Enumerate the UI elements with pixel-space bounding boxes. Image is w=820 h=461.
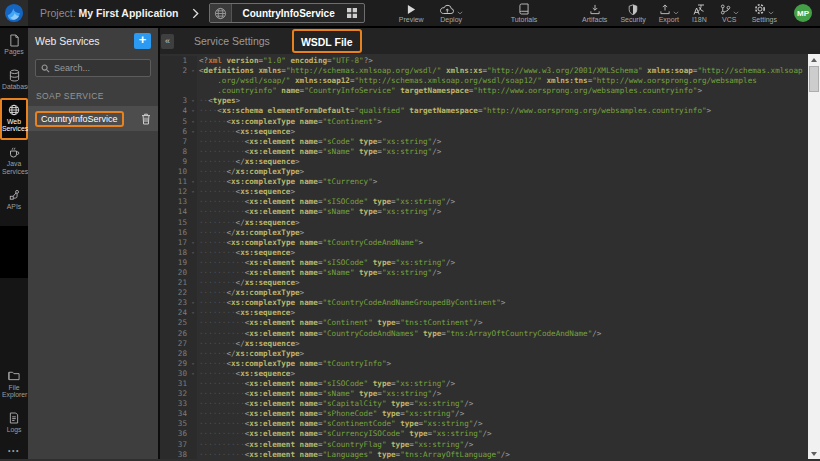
gutter[interactable]: 16: [160, 228, 197, 238]
code-line[interactable]: 28······</xs:complexType>: [160, 349, 808, 359]
code-line[interactable]: .org/wsdl/soap/" xmlns:soap12="http://sc…: [160, 76, 808, 86]
code-line[interactable]: 36··········<xs:element name="sCurrencyI…: [160, 429, 808, 439]
code-line[interactable]: 11-······<xs:complexType name="tCurrency…: [160, 177, 808, 187]
scrollbar-thumb[interactable]: [809, 66, 819, 92]
gutter[interactable]: 20: [160, 268, 197, 278]
security-button[interactable]: Security: [620, 3, 645, 23]
code-line[interactable]: 20··········<xs:element name="sName" typ…: [160, 268, 808, 278]
gutter[interactable]: 21: [160, 278, 197, 288]
code-line[interactable]: 7··········<xs:element name="sCode" type…: [160, 137, 808, 147]
code-line[interactable]: .countryinfo" name="CountryInfoService" …: [160, 86, 808, 96]
delete-service-button[interactable]: [141, 113, 151, 125]
code-line[interactable]: 17-······<xs:complexType name="tCountryC…: [160, 238, 808, 248]
settings-button[interactable]: Settings: [752, 3, 777, 23]
gutter[interactable]: 17-: [160, 238, 197, 248]
add-service-button[interactable]: +: [134, 33, 151, 49]
gutter[interactable]: 25: [160, 318, 197, 328]
gutter[interactable]: 31: [160, 379, 197, 389]
tab-wsdl-file[interactable]: WSDL File: [301, 36, 353, 48]
code-line[interactable]: 9········</xs:sequence>: [160, 157, 808, 167]
service-name[interactable]: CountryInfoService: [35, 111, 124, 127]
fold-toggle[interactable]: -: [189, 106, 197, 116]
code-line[interactable]: 34··········<xs:element name="sPhoneCode…: [160, 409, 808, 419]
sidebar-more-button[interactable]: •••: [0, 441, 28, 459]
code-line[interactable]: 3-··<types>: [160, 96, 808, 106]
sidebar-item-databases[interactable]: Databases: [0, 63, 28, 98]
editor-scrollbar[interactable]: [808, 54, 820, 459]
gutter[interactable]: 22: [160, 288, 197, 298]
search-input[interactable]: Search...: [35, 59, 151, 77]
gutter[interactable]: 1: [160, 56, 197, 66]
code-line[interactable]: 24-········<xs:sequence>: [160, 308, 808, 318]
code-line[interactable]: 29-······<xs:complexType name="tCountryI…: [160, 359, 808, 369]
fold-toggle[interactable]: -: [189, 369, 197, 379]
code-line[interactable]: 19··········<xs:element name="sISOCode" …: [160, 258, 808, 268]
code-line[interactable]: 38··········<xs:element name="Languages"…: [160, 450, 808, 459]
gutter[interactable]: 33: [160, 399, 197, 409]
code-line[interactable]: 14··········<xs:element name="sName" typ…: [160, 207, 808, 217]
gutter[interactable]: 37: [160, 440, 197, 450]
scrollbar-down-arrow[interactable]: [808, 448, 820, 459]
gutter[interactable]: 7: [160, 137, 197, 147]
fold-toggle[interactable]: -: [189, 66, 197, 76]
code-line[interactable]: 6-········<xs:sequence>: [160, 127, 808, 137]
fold-toggle[interactable]: -: [189, 238, 197, 248]
gutter[interactable]: 9: [160, 157, 197, 167]
gutter[interactable]: 23-: [160, 298, 197, 308]
gutter[interactable]: 32: [160, 389, 197, 399]
collapse-panel-button[interactable]: «: [161, 34, 174, 49]
preview-button[interactable]: Preview: [399, 3, 424, 23]
sidebar-item-logs[interactable]: Logs: [0, 406, 28, 441]
gutter[interactable]: 12-: [160, 187, 197, 197]
code-line[interactable]: 10······</xs:complexType>: [160, 167, 808, 177]
artifacts-button[interactable]: Artifacts: [582, 3, 607, 23]
gutter[interactable]: 15: [160, 218, 197, 228]
fold-toggle[interactable]: -: [189, 187, 197, 197]
code-line[interactable]: 21········</xs:sequence>: [160, 278, 808, 288]
gutter[interactable]: 27: [160, 339, 197, 349]
code-line[interactable]: 31··········<xs:element name="sISOCode" …: [160, 379, 808, 389]
app-logo[interactable]: [0, 0, 28, 26]
gutter[interactable]: 5-: [160, 117, 197, 127]
tab-service-settings[interactable]: Service Settings: [194, 35, 270, 47]
gutter[interactable]: 8: [160, 147, 197, 157]
gutter[interactable]: 34: [160, 409, 197, 419]
grid-icon[interactable]: [347, 8, 364, 18]
gutter[interactable]: 3-: [160, 96, 197, 106]
gutter[interactable]: 26: [160, 329, 197, 339]
gutter[interactable]: 28: [160, 349, 197, 359]
code-line[interactable]: 23-······<xs:complexType name="tCountryC…: [160, 298, 808, 308]
sidebar-item-web-services[interactable]: Web Services: [0, 98, 28, 141]
gutter[interactable]: 4-: [160, 106, 197, 116]
vcs-button[interactable]: VCS: [720, 3, 739, 23]
gutter[interactable]: 18-: [160, 248, 197, 258]
i18n-button[interactable]: I18N: [692, 3, 707, 23]
code-line[interactable]: 22······</xs:complexType>: [160, 288, 808, 298]
code-line[interactable]: 15········</xs:sequence>: [160, 218, 808, 228]
code-line[interactable]: 30-········<xs:sequence>: [160, 369, 808, 379]
scrollbar-up-arrow[interactable]: [808, 54, 820, 65]
tutorials-button[interactable]: Tutorials: [511, 3, 538, 23]
code-line[interactable]: 18-········<xs:sequence>: [160, 248, 808, 258]
sidebar-item-java-services[interactable]: Java Services: [0, 140, 28, 183]
fold-toggle[interactable]: -: [189, 308, 197, 318]
sidebar-item-file-explorer[interactable]: File Explorer: [0, 364, 28, 407]
gutter[interactable]: 36: [160, 429, 197, 439]
code-line[interactable]: 27········</xs:sequence>: [160, 339, 808, 349]
fold-toggle[interactable]: -: [189, 117, 197, 127]
gutter[interactable]: 29-: [160, 359, 197, 369]
gutter[interactable]: 24-: [160, 308, 197, 318]
code-line[interactable]: 37··········<xs:element name="sCountryFl…: [160, 440, 808, 450]
gutter[interactable]: 19: [160, 258, 197, 268]
gutter[interactable]: [160, 86, 197, 96]
sidebar-item-pages[interactable]: Pages: [0, 28, 28, 63]
fold-toggle[interactable]: -: [189, 96, 197, 106]
gutter[interactable]: 30-: [160, 369, 197, 379]
code-line[interactable]: 25··········<xs:element name="Continent"…: [160, 318, 808, 328]
wsdl-code-editor[interactable]: 1<?xml version="1.0" encoding="UTF-8"?>2…: [160, 54, 808, 459]
code-line[interactable]: 32··········<xs:element name="sName" typ…: [160, 389, 808, 399]
code-line[interactable]: 16······</xs:complexType>: [160, 228, 808, 238]
gutter[interactable]: 11-: [160, 177, 197, 187]
gutter[interactable]: 35: [160, 419, 197, 429]
code-line[interactable]: 8··········<xs:element name="sName" type…: [160, 147, 808, 157]
